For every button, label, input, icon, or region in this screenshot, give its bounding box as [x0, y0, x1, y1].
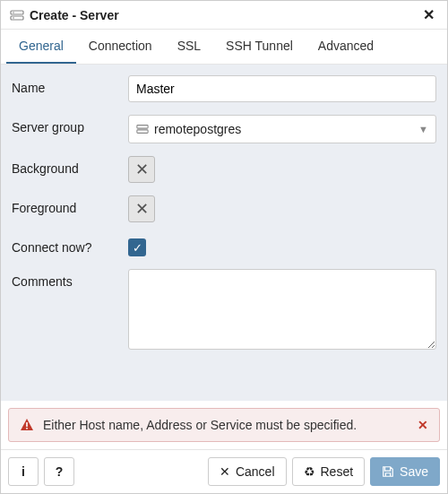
- error-message: Either Host name, Address or Service mus…: [43, 418, 409, 432]
- connect-now-label: Connect now?: [12, 235, 119, 255]
- dialog-tabs: General Connection SSL SSH Tunnel Advanc…: [1, 30, 447, 65]
- x-icon: ✕: [135, 161, 149, 178]
- create-server-dialog: Create - Server ✕ General Connection SSL…: [0, 0, 448, 494]
- x-icon: ✕: [135, 201, 149, 217]
- info-button[interactable]: i: [8, 457, 39, 486]
- dialog-title: Create - Server: [30, 8, 419, 22]
- check-icon: ✓: [133, 241, 142, 255]
- svg-rect-0: [11, 11, 23, 14]
- row-name: Name: [12, 75, 436, 102]
- close-icon: ✕: [220, 464, 230, 479]
- name-input[interactable]: [128, 75, 436, 102]
- svg-rect-6: [26, 422, 28, 427]
- save-button[interactable]: Save: [370, 457, 440, 486]
- server-group-value: remotepostgres: [154, 122, 241, 136]
- tab-advanced[interactable]: Advanced: [306, 30, 386, 64]
- server-group-option-icon: [136, 123, 149, 135]
- cancel-button[interactable]: ✕ Cancel: [208, 457, 287, 486]
- save-label: Save: [400, 464, 428, 479]
- svg-point-3: [13, 17, 14, 19]
- name-label: Name: [12, 75, 119, 95]
- help-button[interactable]: ?: [44, 457, 74, 486]
- tab-ssl[interactable]: SSL: [165, 30, 213, 64]
- warning-icon: [20, 418, 34, 432]
- tab-general[interactable]: General: [6, 30, 76, 64]
- chevron-down-icon: ▼: [418, 124, 428, 134]
- error-alert: Either Host name, Address or Service mus…: [8, 408, 440, 442]
- recycle-icon: ♻: [304, 464, 315, 479]
- close-icon[interactable]: ✕: [419, 6, 438, 23]
- svg-rect-7: [26, 428, 28, 429]
- svg-point-2: [13, 12, 14, 13]
- help-icon: ?: [56, 464, 64, 479]
- svg-rect-5: [137, 130, 148, 134]
- dialog-titlebar: Create - Server ✕: [1, 1, 447, 30]
- server-icon: [10, 8, 24, 22]
- comments-textarea[interactable]: [128, 269, 436, 350]
- connect-now-checkbox[interactable]: ✓: [128, 238, 146, 256]
- svg-rect-4: [137, 126, 148, 129]
- server-group-label: Server group: [12, 115, 119, 134]
- row-connect-now: Connect now? ✓: [12, 235, 436, 256]
- row-background: Background ✕: [12, 156, 436, 183]
- svg-rect-1: [11, 16, 23, 20]
- row-comments: Comments: [12, 269, 436, 352]
- row-server-group: Server group remotepostgres ▼: [12, 115, 436, 143]
- foreground-label: Foreground: [12, 195, 119, 215]
- reset-button[interactable]: ♻ Reset: [292, 457, 366, 486]
- row-foreground: Foreground ✕: [12, 195, 436, 222]
- comments-label: Comments: [12, 269, 119, 289]
- save-icon: [382, 465, 394, 478]
- cancel-label: Cancel: [236, 464, 275, 479]
- alert-close-icon[interactable]: ✕: [418, 418, 428, 432]
- server-group-select[interactable]: remotepostgres ▼: [128, 115, 436, 143]
- tab-connection[interactable]: Connection: [76, 30, 165, 64]
- dialog-footer: i ? ✕ Cancel ♻ Reset Save: [1, 449, 447, 493]
- info-icon: i: [22, 464, 25, 479]
- tab-panel-general: Name Server group remotepostgre: [1, 65, 447, 401]
- tab-ssh-tunnel[interactable]: SSH Tunnel: [213, 30, 306, 64]
- background-label: Background: [12, 156, 119, 176]
- background-color-swatch[interactable]: ✕: [128, 156, 155, 183]
- reset-label: Reset: [321, 464, 354, 479]
- foreground-color-swatch[interactable]: ✕: [128, 195, 155, 222]
